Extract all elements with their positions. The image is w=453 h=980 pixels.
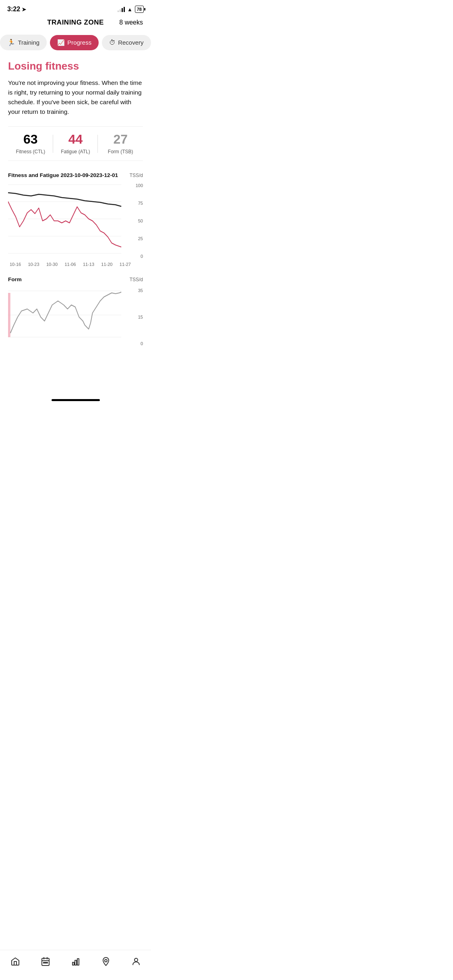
recovery-icon: ⏱: [109, 39, 116, 46]
form-chart: [8, 285, 131, 349]
y-axis-labels: 100 75 50 25 0: [131, 181, 143, 261]
tab-recovery[interactable]: ⏱ Recovery: [102, 35, 151, 50]
tab-training-label: Training: [18, 39, 39, 46]
training-icon: 🏃: [7, 39, 15, 46]
fitness-chart-unit: TSS/d: [130, 173, 143, 178]
tab-progress[interactable]: 📈 Progress: [50, 35, 99, 50]
svg-rect-8: [8, 293, 10, 337]
form-chart-section: Form TSS/d 35 15 0: [8, 276, 143, 349]
tab-recovery-label: Recovery: [118, 39, 143, 46]
battery-indicator: 78: [135, 6, 144, 13]
main-content: Losing fitness You're not improving your…: [0, 57, 151, 349]
home-indicator: [52, 399, 100, 401]
form-chart-unit: TSS/d: [130, 277, 143, 282]
form-y-axis-labels: 35 15 0: [131, 285, 143, 349]
progress-icon: 📈: [57, 39, 65, 46]
fitness-fatigue-chart-section: Fitness and Fatigue 2023-10-09-2023-12-0…: [8, 172, 143, 267]
form-stat: 27 Form (TSB): [98, 132, 143, 155]
form-label: Form (TSB): [108, 149, 133, 154]
fitness-chart-title: Fitness and Fatigue 2023-10-09-2023-12-0…: [8, 172, 118, 178]
time-display: 3:22: [7, 6, 20, 13]
location-arrow-icon: ➤: [22, 6, 26, 12]
header: TRAINING ZONE 8 weeks: [0, 15, 151, 31]
fatigue-value: 44: [53, 132, 98, 146]
x-axis-labels: 10-16 10-23 10-30 11-06 11-13 11-20 11-2…: [8, 261, 143, 267]
signal-icon: [118, 7, 125, 12]
stats-row: 63 Fitness (CTL) 44 Fatigue (ATL) 27 For…: [8, 126, 143, 161]
weeks-label: 8 weeks: [119, 19, 143, 26]
fitness-value: 63: [8, 132, 53, 146]
fatigue-stat: 44 Fatigue (ATL): [53, 132, 98, 155]
tab-progress-label: Progress: [67, 39, 91, 46]
fatigue-label: Fatigue (ATL): [61, 149, 90, 154]
page-title: TRAINING ZONE: [47, 19, 104, 27]
fitness-description: You're not improving your fitness. When …: [8, 78, 143, 117]
wifi-icon: ▲: [127, 6, 132, 12]
status-bar: 3:22 ➤ ▲ 78: [0, 0, 151, 15]
tab-bar: 🏃 Training 📈 Progress ⏱ Recovery: [0, 31, 151, 57]
status-icons: ▲ 78: [118, 6, 144, 13]
form-chart-title: Form: [8, 276, 22, 282]
form-value: 27: [98, 132, 143, 146]
tab-training[interactable]: 🏃 Training: [0, 35, 47, 50]
fitness-label: Fitness (CTL): [16, 149, 45, 154]
fitness-status-heading: Losing fitness: [8, 60, 143, 72]
fitness-fatigue-chart: [8, 181, 131, 261]
fitness-stat: 63 Fitness (CTL): [8, 132, 53, 155]
